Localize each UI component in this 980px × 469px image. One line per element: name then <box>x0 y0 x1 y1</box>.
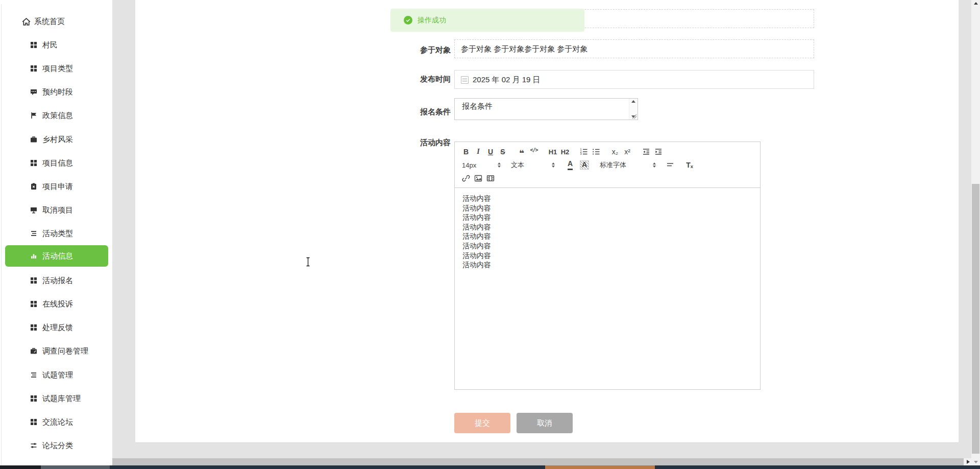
superscript-button[interactable]: x² <box>621 146 633 157</box>
editor-line: 活动内容 <box>462 213 752 222</box>
sidebar-item-label: 政策信息 <box>42 111 73 121</box>
bold-button[interactable]: B <box>460 146 472 157</box>
grid-icon <box>29 323 38 332</box>
publish-time-label: 发布时间 <box>375 75 451 84</box>
image-icon[interactable] <box>472 173 484 184</box>
monitor-icon <box>29 206 38 215</box>
sidebar-item-1[interactable]: 系统首页 <box>0 10 112 33</box>
sidebar-item-17[interactable]: 试题库管理 <box>0 387 112 410</box>
sidebar-item-19[interactable]: 论坛分类 <box>0 434 112 457</box>
toast-message: 操作成功 <box>418 16 446 25</box>
signup-condition-label: 报名条件 <box>375 107 451 117</box>
align-select[interactable] <box>664 159 676 171</box>
editor-line: 活动内容 <box>462 203 752 213</box>
editor-line: 活动内容 <box>462 241 752 251</box>
submit-button[interactable]: 提交 <box>454 413 510 433</box>
horizontal-scrollbar[interactable] <box>112 458 971 465</box>
font-family-select[interactable]: 标准字体 <box>598 160 658 170</box>
editor-toolbar: B I U S ❝ </> H1 H2 123 <box>455 142 760 188</box>
scroll-up-icon[interactable] <box>974 2 978 5</box>
clipboard-x-icon <box>29 182 38 191</box>
scrollbar-corner[interactable] <box>971 458 980 465</box>
background-color-button[interactable]: A <box>578 159 591 171</box>
text-color-button[interactable]: A <box>564 159 576 171</box>
scroll-right-icon[interactable] <box>967 460 970 464</box>
rich-text-editor: B I U S ❝ </> H1 H2 123 <box>454 142 761 390</box>
grid-icon <box>29 300 38 309</box>
video-icon[interactable] <box>484 173 497 184</box>
vertical-scrollbar[interactable] <box>971 0 980 458</box>
vertical-scrollbar-thumb[interactable] <box>972 184 979 454</box>
header1-button[interactable]: H1 <box>547 146 559 157</box>
sidebar-item-14[interactable]: 处理反馈 <box>0 316 112 339</box>
publish-time-value: 2025 年 02 月 19 日 <box>473 75 541 84</box>
signup-condition-textarea[interactable]: 报名条件 <box>454 98 638 120</box>
indent-icon[interactable] <box>652 146 665 157</box>
underline-button[interactable]: U <box>484 146 497 157</box>
sidebar-item-2[interactable]: 村民 <box>0 33 112 57</box>
chevron-updown-icon <box>552 162 555 168</box>
bottom-bar <box>0 465 980 469</box>
ordered-list-icon[interactable]: 123 <box>578 146 590 157</box>
blockquote-icon[interactable]: ❝ <box>516 144 528 159</box>
sidebar-item-4[interactable]: 预约时段 <box>0 80 112 104</box>
font-size-select[interactable]: 14px <box>460 161 503 169</box>
list-icon <box>29 371 38 380</box>
sidebar-item-label: 在线投诉 <box>42 299 73 309</box>
editor-content[interactable]: 活动内容活动内容活动内容活动内容活动内容活动内容活动内容活动内容 <box>455 188 760 275</box>
grid-icon <box>29 394 38 403</box>
bullet-list-icon[interactable] <box>590 146 602 157</box>
bottom-bar-highlight <box>545 465 655 469</box>
sidebar-item-15[interactable]: 调查问卷管理 <box>0 339 112 363</box>
sidebar-item-13[interactable]: 在线投诉 <box>0 292 112 316</box>
sidebar-item-6[interactable]: 乡村风采 <box>0 128 112 151</box>
header-select[interactable]: 文本 <box>509 160 557 170</box>
sidebar-item-label: 项目类型 <box>42 64 73 74</box>
success-toast: 操作成功 <box>390 9 584 32</box>
list-icon <box>29 229 38 238</box>
svg-text:3: 3 <box>580 152 582 155</box>
sidebar-item-18[interactable]: 交流论坛 <box>0 410 112 434</box>
sidebar-item-11[interactable]: 活动信息 <box>5 245 108 267</box>
spinner-up-icon[interactable] <box>631 100 635 103</box>
form-card: 活动地点 活动地点活动地点 参于对象 参于对象 参于对象参于对象 参于对象 发布… <box>135 0 959 443</box>
italic-button[interactable]: I <box>472 146 484 157</box>
flag-icon <box>29 111 38 120</box>
sidebar-item-10[interactable]: 活动类型 <box>0 222 112 245</box>
publish-time-input[interactable]: 2025 年 02 月 19 日 <box>454 70 814 89</box>
editor-line: 活动内容 <box>462 231 752 241</box>
clean-format-button[interactable]: Tₓ <box>683 159 696 171</box>
resize-grip-icon[interactable] <box>632 114 637 119</box>
outdent-icon[interactable] <box>640 146 652 157</box>
sidebar-item-3[interactable]: 项目类型 <box>0 57 112 80</box>
briefcase-edit-icon <box>29 347 38 356</box>
sidebar-item-7[interactable]: 项目信息 <box>0 151 112 175</box>
header2-button[interactable]: H2 <box>559 146 571 157</box>
calendar-icon <box>461 76 469 84</box>
scroll-down-icon[interactable] <box>974 461 978 463</box>
sidebar-item-label: 试题管理 <box>42 370 73 380</box>
cancel-button[interactable]: 取消 <box>517 413 573 433</box>
grid-icon <box>29 41 38 50</box>
sidebar-item-12[interactable]: 活动报名 <box>0 269 112 292</box>
horizontal-scrollbar-thumb[interactable] <box>112 458 964 465</box>
sidebar-item-8[interactable]: 项目申请 <box>0 175 112 198</box>
home-icon <box>21 17 31 27</box>
participants-input[interactable]: 参于对象 参于对象参于对象 参于对象 <box>454 39 814 58</box>
bottom-bar-segment <box>41 465 110 469</box>
sidebar-item-9[interactable]: 取消项目 <box>0 198 112 222</box>
subscript-button[interactable]: x₂ <box>609 146 621 157</box>
sidebar-item-label: 预约时段 <box>42 87 73 97</box>
grid-icon <box>29 418 38 427</box>
sidebar-item-label: 项目申请 <box>42 182 73 192</box>
sidebar-item-label: 处理反馈 <box>42 323 73 333</box>
sidebar-item-16[interactable]: 试题管理 <box>0 363 112 387</box>
code-block-icon[interactable]: </> <box>528 144 540 155</box>
sidebar-item-5[interactable]: 政策信息 <box>0 104 112 127</box>
link-icon[interactable] <box>460 173 472 184</box>
strike-button[interactable]: S <box>497 146 509 157</box>
editor-line: 活动内容 <box>462 260 752 270</box>
sidebar-item-label: 活动报名 <box>42 276 73 286</box>
check-circle-icon <box>404 16 412 25</box>
sidebar: 系统首页村民项目类型预约时段政策信息乡村风采项目信息项目申请取消项目活动类型活动… <box>0 0 112 465</box>
